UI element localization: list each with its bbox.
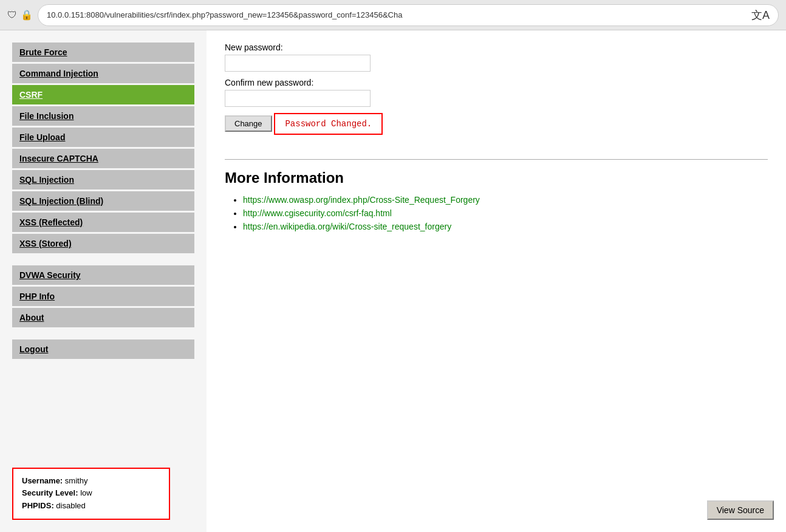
new-password-input[interactable] [225,55,371,72]
sidebar-nav-item[interactable]: File Upload [12,128,194,147]
sidebar-nav-item[interactable]: XSS (Reflected) [12,213,194,232]
nav-group-utility: DVWA SecurityPHP InfoAbout [12,265,194,327]
logout-button[interactable]: Logout [12,339,194,359]
sidebar: Brute ForceCommand InjectionCSRFFile Inc… [0,30,207,532]
sidebar-utility-item[interactable]: DVWA Security [12,265,194,285]
change-button[interactable]: Change [225,115,272,132]
phpids-value: disabled [56,501,85,510]
form-section: New password: Confirm new password: Chan… [225,43,768,147]
more-info-section: More Information https://www.owasp.org/i… [225,169,768,231]
translate-icon: 文A [751,8,770,22]
new-password-label: New password: [225,43,768,52]
browser-bar: 🛡 🔒 10.0.0.151:8080/vulnerabilities/csrf… [0,0,786,30]
sidebar-utility-item[interactable]: PHP Info [12,287,194,306]
info-links: https://www.owasp.org/index.php/Cross-Si… [225,195,768,231]
logout-section: Logout [12,339,194,359]
sidebar-nav-item[interactable]: XSS (Stored) [12,234,194,253]
sidebar-nav-item[interactable]: SQL Injection (Blind) [12,191,194,211]
confirm-password-row: Confirm new password: [225,78,768,107]
password-changed-box: Password Changed. [274,113,383,135]
password-changed-text: Password Changed. [285,119,372,129]
sidebar-nav-item[interactable]: Brute Force [12,43,194,62]
security-row: Security Level: low [22,487,160,500]
user-info-box: Username: smithy Security Level: low PHP… [12,468,170,520]
nav-group-main: Brute ForceCommand InjectionCSRFFile Inc… [12,43,194,253]
username-row: Username: smithy [22,475,160,488]
confirm-password-label: Confirm new password: [225,78,768,87]
sidebar-nav-item[interactable]: Insecure CAPTCHA [12,149,194,168]
username-label: Username: [22,476,63,485]
sidebar-nav-item[interactable]: Command Injection [12,64,194,83]
lock-icon: 🔒 [21,9,33,21]
browser-icons: 🛡 🔒 [7,9,33,21]
phpids-label: PHPIDS: [22,501,54,510]
info-link[interactable]: http://www.cgisecurity.com/csrf-faq.html [243,208,392,218]
list-item: https://www.owasp.org/index.php/Cross-Si… [243,195,768,205]
more-info-title: More Information [225,169,768,186]
security-label: Security Level: [22,488,78,497]
phpids-row: PHPIDS: disabled [22,500,160,513]
confirm-password-input[interactable] [225,90,371,107]
sidebar-nav-item[interactable]: SQL Injection [12,170,194,189]
username-value: smithy [65,476,88,485]
security-value: low [80,488,92,497]
url-bar[interactable]: 10.0.0.151:8080/vulnerabilities/csrf/ind… [38,4,779,26]
url-text: 10.0.0.151:8080/vulnerabilities/csrf/ind… [47,10,402,19]
view-source-button[interactable]: View Source [707,500,774,520]
new-password-row: New password: [225,43,768,72]
sidebar-utility-item[interactable]: About [12,308,194,327]
list-item: http://www.cgisecurity.com/csrf-faq.html [243,208,768,218]
list-item: https://en.wikipedia.org/wiki/Cross-site… [243,222,768,231]
page-layout: Brute ForceCommand InjectionCSRFFile Inc… [0,30,786,532]
divider [225,159,768,160]
info-link[interactable]: https://en.wikipedia.org/wiki/Cross-site… [243,222,451,231]
shield-icon: 🛡 [7,10,17,21]
sidebar-nav-item[interactable]: File Inclusion [12,106,194,126]
sidebar-nav-item[interactable]: CSRF [12,85,194,104]
main-content: New password: Confirm new password: Chan… [207,30,786,532]
info-link[interactable]: https://www.owasp.org/index.php/Cross-Si… [243,195,480,205]
